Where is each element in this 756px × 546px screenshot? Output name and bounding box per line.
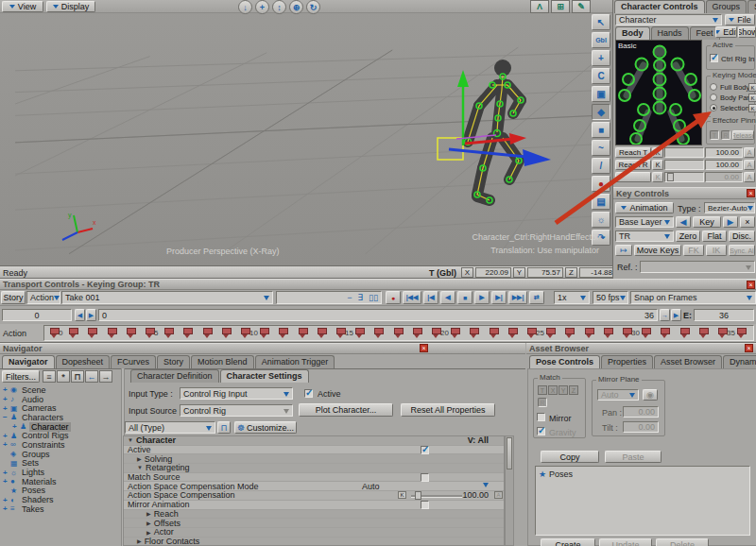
property-row-mirror-animation[interactable]: Mirror Animation — [124, 501, 504, 510]
keyframe-marker[interactable] — [355, 328, 363, 338]
stop-button[interactable]: ■ — [457, 291, 472, 304]
match-x-button[interactable]: X — [548, 385, 558, 395]
keyframe-marker[interactable] — [374, 328, 382, 338]
property-checkbox[interactable] — [421, 473, 429, 482]
axis-x-button[interactable]: X — [461, 267, 473, 278]
find-icon[interactable]: * — [57, 370, 70, 383]
split-view-icon[interactable]: ▯▯ — [369, 293, 378, 302]
tree-item-groups[interactable]: ◈Groups — [1, 450, 120, 459]
tab-properties[interactable]: Properties — [601, 355, 653, 368]
reach-slider-1[interactable] — [664, 160, 704, 170]
keyframe-marker[interactable] — [451, 328, 458, 338]
pan-icon[interactable]: + — [255, 0, 269, 14]
tree-item-cameras[interactable]: +▣Cameras — [1, 403, 120, 413]
curves-icon[interactable]: Λ — [530, 0, 549, 13]
prev-key-button[interactable]: ◀ — [676, 216, 691, 228]
expand-icon[interactable]: ▶ — [137, 537, 142, 544]
translate-icon[interactable]: + — [592, 50, 610, 66]
reach-slider-2[interactable] — [664, 172, 704, 182]
axis-z-button[interactable]: Z — [565, 267, 577, 278]
rotate-icon[interactable]: C — [592, 68, 610, 84]
keyframe-marker[interactable] — [183, 328, 191, 338]
layer-dropdown[interactable]: Base Layer — [615, 216, 674, 228]
create-pose-button[interactable]: Create — [541, 538, 595, 546]
radio-selection[interactable] — [710, 104, 717, 111]
delete-pose-button[interactable]: Delete — [656, 538, 709, 546]
edit-menu-button[interactable]: Edit — [715, 26, 737, 38]
flat-button[interactable]: Flat — [702, 230, 727, 242]
keyframe-marker[interactable] — [661, 328, 668, 338]
pan-field[interactable]: 0.00 — [623, 406, 659, 418]
keyframe-marker[interactable] — [88, 328, 95, 338]
tab-body[interactable]: Body — [615, 26, 650, 40]
expand-toggle[interactable]: + — [3, 440, 10, 449]
a-badge[interactable]: A — [494, 491, 503, 499]
input-source-dropdown[interactable]: Control Rig — [180, 404, 293, 417]
reach-value-1[interactable]: 100.00 — [705, 160, 743, 170]
light-icon[interactable]: ☼ — [592, 212, 610, 228]
prev-key-button[interactable]: |◀ — [423, 291, 438, 304]
reach-label-1[interactable]: Reach R — [615, 160, 651, 170]
fps-dropdown[interactable]: 50 fps — [593, 291, 628, 304]
expand-toggle[interactable]: + — [3, 496, 10, 504]
poses-list[interactable]: ★Poses — [535, 466, 750, 536]
tab-story[interactable]: Story — [157, 355, 190, 368]
keyframe-marker[interactable] — [546, 328, 554, 338]
display-menu-button[interactable]: Display — [46, 1, 95, 12]
select-mode-icon[interactable]: ◆ — [592, 104, 610, 120]
play-backward-button[interactable]: ◀ — [440, 291, 455, 304]
keyframe-marker[interactable] — [203, 328, 211, 338]
keyframe-marker[interactable] — [699, 328, 707, 338]
tab-fcurves[interactable]: FCurves — [111, 355, 156, 368]
property-dropdown-value[interactable]: Auto — [362, 482, 380, 491]
key-selection-button[interactable]: K — [748, 104, 756, 112]
chevron-down-icon[interactable] — [483, 483, 489, 490]
tree-item-characters[interactable]: −♟Characters — [1, 413, 120, 422]
zero-button[interactable]: Zero — [676, 230, 700, 242]
expand-icon[interactable]: ▶ — [146, 529, 151, 536]
keyframe-marker[interactable] — [604, 328, 611, 338]
goto-end-button[interactable]: ▶▶| — [508, 291, 527, 304]
keyframe-marker[interactable] — [69, 328, 77, 338]
next-key-button[interactable]: ▶| — [491, 291, 507, 304]
property-row-character[interactable]: ▼CharacterV: All — [124, 436, 504, 446]
paste-pose-button[interactable]: Paste — [605, 451, 662, 463]
dolly-icon[interactable]: ↕ — [272, 0, 286, 14]
tree-item-sets[interactable]: ▦Sets — [1, 459, 120, 469]
reach-label-0[interactable]: Reach T — [615, 147, 651, 158]
edit-pose-icon[interactable]: ✎ — [572, 0, 591, 13]
close-icon[interactable]: × — [747, 281, 755, 289]
curve-icon[interactable]: ~ — [592, 140, 610, 156]
show-menu-button[interactable]: Show — [738, 26, 756, 38]
gravity-checkbox[interactable] — [537, 427, 545, 435]
character-cells[interactable] — [616, 41, 702, 145]
tree-item-scene[interactable]: +◉Scene — [1, 385, 120, 395]
expand-toggle[interactable]: + — [3, 504, 10, 513]
keyframe-marker[interactable] — [146, 328, 153, 338]
property-row-active[interactable]: Active — [124, 446, 504, 455]
keyframe-marker[interactable] — [508, 328, 516, 338]
close-icon[interactable]: × — [747, 189, 755, 197]
tilt-field[interactable]: 0.00 — [623, 421, 659, 433]
file-menu-button[interactable]: File — [725, 14, 755, 26]
radio-full-body[interactable] — [710, 83, 717, 91]
step-back-button[interactable]: ◀ — [75, 309, 85, 321]
play-button[interactable]: ▶ — [474, 291, 490, 304]
view-menu-button[interactable]: View — [2, 1, 43, 12]
mirror-plane-dropdown[interactable]: Auto — [597, 389, 639, 401]
forward-icon[interactable]: → — [99, 370, 112, 383]
delete-key-button[interactable]: × — [740, 216, 755, 228]
minus-icon[interactable]: − — [347, 293, 352, 302]
reach-key-1[interactable]: K — [652, 160, 663, 170]
property-row-offsets[interactable]: ▶Offsets — [124, 519, 504, 528]
range-prev-button[interactable]: → — [660, 309, 670, 321]
character-representation[interactable]: Basic — [615, 40, 702, 145]
path-icon[interactable]: / — [592, 158, 610, 174]
close-icon[interactable]: × — [745, 344, 753, 352]
keyframe-marker[interactable] — [318, 328, 325, 338]
reach-slider-0[interactable] — [664, 147, 704, 158]
move-keys-icon[interactable]: ↦ — [615, 245, 632, 256]
expand-toggle[interactable]: + — [3, 469, 10, 477]
discontinuity-button[interactable]: Disc. — [729, 230, 755, 242]
keyframe-marker[interactable] — [260, 328, 267, 338]
